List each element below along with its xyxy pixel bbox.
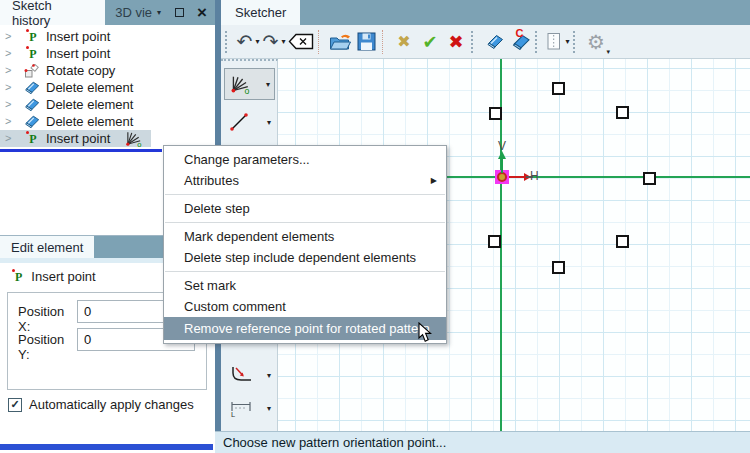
erase-construction-icon: C <box>510 34 531 50</box>
history-item-label: Insert point <box>46 46 110 61</box>
dropdown-arrow-icon[interactable]: ▾ <box>565 37 569 46</box>
pattern-point[interactable] <box>616 106 629 119</box>
history-item-label: Rotate copy <box>46 63 115 78</box>
finish-sketch-button[interactable]: ✔ <box>418 28 442 56</box>
sketcher-toolbar: ↶▾↷▾ ✖✔✖ C ▾⚙▾ <box>221 25 750 59</box>
undo-icon: ↶ <box>237 32 253 51</box>
toolbar-separator <box>318 30 324 54</box>
dropdown-arrow-icon[interactable]: ▾ <box>281 37 285 46</box>
menu-item[interactable]: Attributes▶ <box>164 170 446 191</box>
status-message: Choose new pattern orientation point... <box>223 435 446 450</box>
fillet-tool-icon <box>228 364 254 386</box>
history-item[interactable]: >PInsert point <box>0 28 213 45</box>
erase-construction-button[interactable]: C <box>508 28 532 56</box>
tab-3d-view[interactable]: 3D vie <box>115 5 152 20</box>
menu-item[interactable]: Set mark <box>164 275 446 296</box>
redo-icon: ↷ <box>263 32 279 51</box>
pattern-point[interactable] <box>616 235 629 248</box>
tab-edit-element-label: Edit element <box>11 240 83 255</box>
y-axis-arrow-icon <box>495 151 509 173</box>
dimension-tool-button[interactable]: L▾ <box>224 392 275 424</box>
toolbar-grip <box>535 31 541 53</box>
history-panel-tabbar-rest: 3D vie ▾ × <box>105 0 215 25</box>
settings-button[interactable]: ⚙▾ <box>584 28 608 56</box>
save-file-button[interactable] <box>354 28 378 56</box>
dropdown-arrow-icon[interactable]: ▾ <box>267 404 271 413</box>
pattern-point[interactable] <box>489 107 502 120</box>
delete-sketch-button[interactable]: ✖ <box>392 28 416 56</box>
expand-chevron-icon[interactable]: > <box>5 65 16 76</box>
line-tool-button[interactable]: ▾ <box>224 106 275 138</box>
menu-item[interactable]: Custom comment <box>164 296 446 317</box>
history-item[interactable]: > Delete element <box>0 79 213 96</box>
history-item-label: Insert point <box>46 29 110 44</box>
delete-last-button[interactable] <box>288 28 314 56</box>
pattern-point[interactable] <box>552 82 565 95</box>
maximize-icon[interactable] <box>175 8 184 17</box>
menu-item[interactable]: Remove reference point for rotated patte… <box>164 317 446 340</box>
insert-point-icon: P <box>23 133 40 145</box>
toolbar-grip <box>225 31 231 53</box>
svg-text:o: o <box>244 85 249 93</box>
insertion-marker-line <box>0 149 162 152</box>
history-item[interactable]: > Delete element <box>0 113 213 130</box>
context-menu: Change parameters...Attributes▶Delete st… <box>163 145 447 344</box>
history-item[interactable]: >PInsert point <box>0 45 213 62</box>
cancel-sketch-icon: ✖ <box>448 31 463 53</box>
drawing-view-button[interactable]: ▾ <box>546 28 570 56</box>
undo-button[interactable]: ↶▾ <box>236 28 260 56</box>
history-item[interactable]: > Delete element <box>0 96 213 113</box>
expand-chevron-icon[interactable]: > <box>5 116 16 127</box>
dimension-tool-icon: L <box>228 398 254 418</box>
menu-item[interactable]: Change parameters... <box>164 149 446 170</box>
tab-dropdown-icon[interactable]: ▾ <box>157 8 161 17</box>
line-tool-icon <box>228 111 250 133</box>
auto-apply-checkbox[interactable]: ✓ <box>8 398 22 412</box>
menu-item[interactable]: Delete step include dependent elements <box>164 247 446 268</box>
edit-element-type-label: Insert point <box>31 269 95 284</box>
tab-sketcher[interactable]: Sketcher <box>221 0 300 25</box>
pattern-point[interactable] <box>643 172 656 185</box>
tab-sketch-history-label: Sketch history <box>12 0 93 28</box>
settings-icon: ⚙▾ <box>587 32 605 52</box>
cancel-sketch-button[interactable]: ✖ <box>444 28 468 56</box>
dropdown-arrow-icon[interactable]: ▾ <box>266 80 270 89</box>
rotated-pattern-tool-button[interactable]: o▾ <box>224 68 275 100</box>
insert-point-icon: P <box>12 271 22 283</box>
tab-edit-element[interactable]: Edit element <box>0 236 94 258</box>
mouse-cursor-icon <box>418 322 432 343</box>
history-item-label: Insert point <box>46 131 110 146</box>
toolbar-grip <box>573 31 579 53</box>
history-item-label: Delete element <box>46 114 133 129</box>
expand-chevron-icon[interactable]: > <box>5 48 16 59</box>
open-file-button[interactable] <box>328 28 352 56</box>
delete-last-icon <box>288 33 314 50</box>
expand-chevron-icon[interactable]: > <box>5 99 16 110</box>
insert-point-icon: P <box>23 31 40 43</box>
history-item[interactable]: > Rotate copy <box>0 62 213 79</box>
dropdown-arrow-icon[interactable]: ▾ <box>255 37 259 46</box>
expand-chevron-icon[interactable]: > <box>5 82 16 93</box>
erase-element-button[interactable] <box>482 28 506 56</box>
eraser-icon <box>23 97 40 112</box>
erase-element-icon <box>485 34 504 49</box>
menu-item[interactable]: Mark dependent elements <box>164 226 446 247</box>
rotate-copy-icon <box>23 64 40 78</box>
fillet-tool-button[interactable]: ▾ <box>224 359 275 391</box>
expand-chevron-icon[interactable]: > <box>5 133 16 144</box>
menu-separator <box>164 191 446 198</box>
insert-point-icon: P <box>23 48 40 60</box>
pattern-point[interactable] <box>552 261 565 274</box>
redo-button[interactable]: ↷▾ <box>262 28 286 56</box>
status-bar: Choose new pattern orientation point... <box>215 431 750 453</box>
panel-bottom-indicator <box>0 444 213 450</box>
pattern-point[interactable] <box>488 235 501 248</box>
dropdown-arrow-icon[interactable]: ▾ <box>267 371 271 380</box>
tab-sketch-history[interactable]: Sketch history <box>0 0 105 25</box>
menu-item[interactable]: Delete step <box>164 198 446 219</box>
expand-chevron-icon[interactable]: > <box>5 31 16 42</box>
close-icon[interactable]: × <box>197 4 207 21</box>
checkmark-icon: ✓ <box>10 399 19 410</box>
dropdown-arrow-icon[interactable]: ▾ <box>267 118 271 127</box>
sketcher-tabbar: Sketcher <box>221 0 750 25</box>
